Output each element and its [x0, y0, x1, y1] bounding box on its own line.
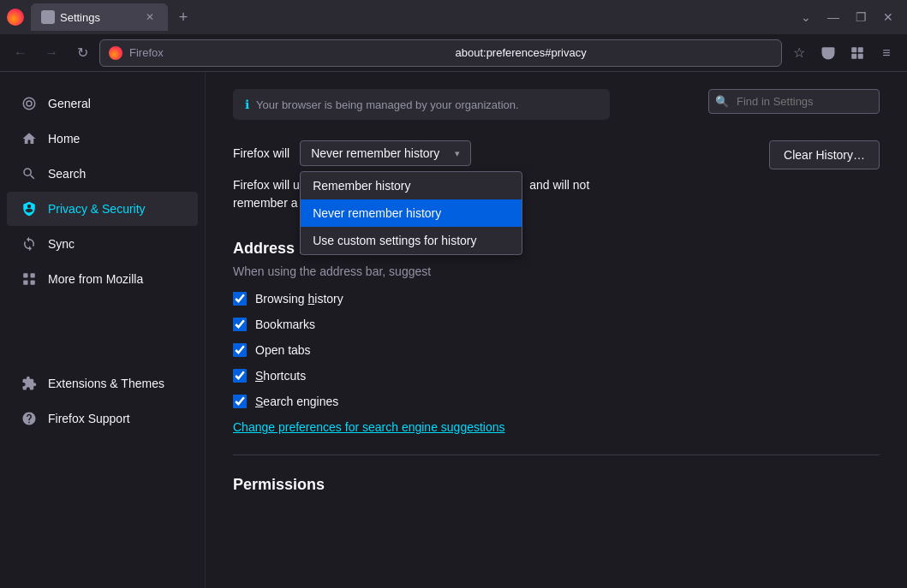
svg-rect-1: [858, 47, 863, 52]
sync-label: Sync: [48, 237, 75, 251]
search-engines-label: Search engines: [255, 395, 338, 408]
settings-tab-title: Settings: [60, 11, 137, 24]
firefox-will-label: Firefox will: [233, 146, 289, 160]
sidebar-item-general[interactable]: General: [7, 86, 198, 121]
privacy-label: Privacy & Security: [48, 202, 146, 216]
find-input-wrapper: 🔍: [708, 89, 880, 114]
section-divider: [233, 454, 880, 455]
tab-close-button[interactable]: ✕: [142, 9, 158, 25]
titlebar: Settings ✕ + ⌄ — ❐ ✕: [0, 0, 907, 34]
titlebar-controls: ⌄ — ❐ ✕: [794, 5, 900, 29]
menu-button[interactable]: ≡: [873, 39, 900, 67]
sidebar-item-support[interactable]: Firefox Support: [7, 401, 198, 436]
sidebar-item-mozilla[interactable]: More from Mozilla: [7, 262, 198, 296]
checkbox-row-browsing-history: Browsing history: [233, 292, 880, 306]
history-section: Firefox will Never remember history ▾ Re…: [233, 140, 880, 219]
general-icon: [21, 95, 38, 112]
history-dropdown-wrapper: Never remember history ▾ Remember histor…: [300, 140, 471, 166]
settings-tab-icon: [41, 10, 55, 24]
extensions-button[interactable]: [844, 39, 871, 67]
sidebar: General Home Search Privacy & Security S…: [0, 72, 206, 588]
bookmarks-label: Bookmarks: [255, 318, 315, 331]
find-settings-input[interactable]: [708, 89, 880, 114]
dropdown-arrow-icon: ▾: [455, 148, 460, 159]
checkbox-shortcuts[interactable]: [233, 369, 247, 383]
managed-banner: ℹ Your browser is being managed by your …: [233, 89, 610, 120]
checkbox-row-open-tabs: Open tabs: [233, 343, 880, 357]
svg-rect-0: [851, 47, 856, 52]
home-label: Home: [48, 132, 80, 146]
extensions-sidebar-icon: [21, 375, 38, 392]
browsing-history-label: Browsing history: [255, 292, 343, 306]
sidebar-item-sync[interactable]: Sync: [7, 227, 198, 261]
navbar: ← → ↻ Firefox about:preferences#privacy …: [0, 34, 907, 72]
tab-bar: Settings ✕ +: [31, 3, 787, 31]
svg-rect-3: [858, 53, 863, 58]
search-sidebar-icon: [21, 165, 38, 182]
bookmark-button[interactable]: ☆: [785, 39, 813, 67]
history-left: Firefox will Never remember history ▾ Re…: [233, 140, 755, 219]
forward-button[interactable]: →: [38, 39, 65, 67]
svg-rect-7: [31, 281, 35, 285]
privacy-icon: [21, 200, 38, 217]
permissions-title: Permissions: [233, 476, 880, 494]
address-bar-section: Address Bar When using the address bar, …: [233, 240, 880, 434]
open-tabs-label: Open tabs: [255, 343, 311, 357]
site-icon: [109, 46, 122, 60]
minimize-button[interactable]: —: [821, 5, 845, 29]
checkbox-browsing-history[interactable]: [233, 292, 247, 306]
shortcuts-label: Shortcuts: [255, 369, 306, 383]
mozilla-label: More from Mozilla: [48, 272, 143, 286]
search-label: Search: [48, 167, 86, 181]
history-dropdown-selected: Never remember history: [311, 146, 439, 160]
close-button[interactable]: ✕: [876, 5, 900, 29]
history-dropdown-menu: Remember history Never remember history …: [300, 171, 522, 255]
checkbox-search-engines[interactable]: [233, 395, 247, 408]
checkbox-row-search-engines: Search engines: [233, 395, 880, 408]
svg-rect-5: [31, 273, 35, 277]
sidebar-item-extensions[interactable]: Extensions & Themes: [7, 366, 198, 401]
home-icon: [21, 130, 38, 147]
back-button[interactable]: ←: [7, 39, 34, 67]
support-icon: [21, 410, 38, 427]
maximize-button[interactable]: ❐: [849, 5, 873, 29]
find-search-icon: 🔍: [715, 95, 729, 108]
reload-button[interactable]: ↻: [69, 39, 96, 67]
dropdown-item-custom[interactable]: Use custom settings for history: [301, 227, 522, 254]
svg-rect-4: [23, 273, 27, 277]
sidebar-item-search[interactable]: Search: [7, 157, 198, 191]
settings-tab[interactable]: Settings ✕: [31, 3, 168, 31]
dropdown-item-never[interactable]: Never remember history: [301, 199, 522, 227]
sidebar-item-privacy[interactable]: Privacy & Security: [7, 192, 198, 226]
dropdown-item-remember[interactable]: Remember history: [301, 172, 522, 199]
find-settings-wrapper: 🔍: [708, 89, 880, 114]
firefox-logo: [7, 9, 24, 26]
firefox-will-row: Firefox will Never remember history ▾ Re…: [233, 140, 755, 166]
managed-text: Your browser is being managed by your or…: [256, 98, 519, 111]
support-label: Firefox Support: [48, 412, 130, 425]
general-label: General: [48, 97, 91, 110]
content-area: 🔍 ℹ Your browser is being managed by you…: [206, 72, 907, 588]
search-engine-suggestions-link[interactable]: Change preferences for search engine sug…: [233, 420, 880, 434]
checkbox-row-shortcuts: Shortcuts: [233, 369, 880, 383]
info-icon: ℹ: [245, 98, 249, 111]
history-row: Firefox will Never remember history ▾ Re…: [233, 140, 880, 219]
pocket-button[interactable]: [815, 39, 842, 67]
svg-rect-6: [23, 281, 27, 285]
clear-history-button[interactable]: Clear History…: [769, 140, 880, 169]
nav-right-buttons: ☆ ≡: [785, 39, 900, 67]
main-layout: General Home Search Privacy & Security S…: [0, 72, 907, 588]
url-scheme: Firefox: [129, 46, 447, 59]
checkbox-bookmarks[interactable]: [233, 318, 247, 331]
svg-rect-2: [851, 53, 856, 58]
more-tabs-button[interactable]: ⌄: [794, 5, 818, 29]
checkbox-open-tabs[interactable]: [233, 343, 247, 357]
mozilla-icon: [21, 270, 38, 288]
new-tab-button[interactable]: +: [171, 5, 195, 29]
address-bar-desc: When using the address bar, suggest: [233, 264, 880, 278]
sync-icon: [21, 235, 38, 252]
sidebar-item-home[interactable]: Home: [7, 122, 198, 156]
url-path: about:preferences#privacy: [456, 46, 773, 59]
address-bar[interactable]: Firefox about:preferences#privacy: [99, 39, 782, 67]
history-dropdown[interactable]: Never remember history ▾: [300, 140, 471, 166]
